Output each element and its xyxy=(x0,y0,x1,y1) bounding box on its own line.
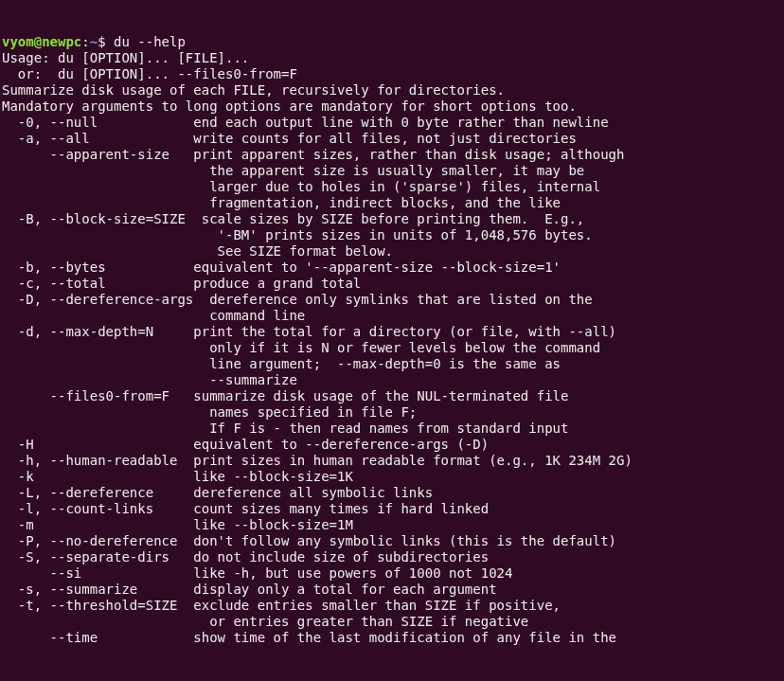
output-line: -t, --threshold=SIZE exclude entries sma… xyxy=(2,598,782,614)
typed-command: du --help xyxy=(114,34,186,49)
output-line: Summarize disk usage of each FILE, recur… xyxy=(2,82,782,99)
output-line: -l, --count-links count sizes many times… xyxy=(2,501,782,517)
output-line: --time show time of the last modificatio… xyxy=(2,630,782,646)
output-line: -b, --bytes equivalent to '--apparent-si… xyxy=(2,260,782,276)
output-line: or: du [OPTION]... --files0-from=F xyxy=(2,66,782,82)
output-line: -a, --all write counts for all files, no… xyxy=(2,131,782,147)
output-line: -c, --total produce a grand total xyxy=(2,276,782,292)
output-line: -L, --dereference dereference all symbol… xyxy=(2,485,782,501)
output-line: '-BM' prints sizes in units of 1,048,576… xyxy=(2,227,782,243)
prompt-dollar: $ xyxy=(98,34,114,49)
output-line: Usage: du [OPTION]... [FILE]... xyxy=(2,50,782,66)
output-line: If F is - then read names from standard … xyxy=(2,421,782,437)
output-line: --summarize xyxy=(2,372,782,388)
output-line: only if it is N or fewer levels below th… xyxy=(2,340,782,356)
prompt-user-host: vyom@newpc xyxy=(2,34,81,49)
output-line: line argument; --max-depth=0 is the same… xyxy=(2,356,782,372)
output-line: -H equivalent to --dereference-args (-D) xyxy=(2,437,782,453)
output-line: --si like -h, but use powers of 1000 not… xyxy=(2,565,782,582)
output-line: -h, --human-readable print sizes in huma… xyxy=(2,453,782,469)
output-line: -B, --block-size=SIZE scale sizes by SIZ… xyxy=(2,211,782,227)
output-line: or entries greater than SIZE if negative xyxy=(2,614,782,630)
output-line: -k like --block-size=1K xyxy=(2,469,782,485)
output-line: fragmentation, indirect blocks, and the … xyxy=(2,195,782,211)
prompt-colon: : xyxy=(81,34,89,49)
output-line: -m like --block-size=1M xyxy=(2,517,782,533)
output-line: larger due to holes in ('sparse') files,… xyxy=(2,179,782,195)
command-output: Usage: du [OPTION]... [FILE]... or: du [… xyxy=(2,50,782,646)
output-line: -P, --no-dereference don't follow any sy… xyxy=(2,533,782,549)
output-line: --apparent-size print apparent sizes, ra… xyxy=(2,147,782,163)
prompt-line: vyom@newpc:~$ du --help xyxy=(2,34,782,50)
output-line: names specified in file F; xyxy=(2,404,782,421)
output-line: See SIZE format below. xyxy=(2,243,782,260)
terminal-viewport[interactable]: vyom@newpc:~$ du --helpUsage: du [OPTION… xyxy=(0,0,784,664)
output-line: -0, --null end each output line with 0 b… xyxy=(2,115,782,131)
output-line: command line xyxy=(2,308,782,324)
prompt-path: ~ xyxy=(90,34,98,49)
output-line: -s, --summarize display only a total for… xyxy=(2,582,782,598)
output-line: -S, --separate-dirs do not include size … xyxy=(2,549,782,565)
output-line: Mandatory arguments to long options are … xyxy=(2,99,782,115)
output-line: --files0-from=F summarize disk usage of … xyxy=(2,388,782,404)
output-line: -d, --max-depth=N print the total for a … xyxy=(2,324,782,340)
output-line: -D, --dereference-args dereference only … xyxy=(2,292,782,308)
output-line: the apparent size is usually smaller, it… xyxy=(2,163,782,179)
